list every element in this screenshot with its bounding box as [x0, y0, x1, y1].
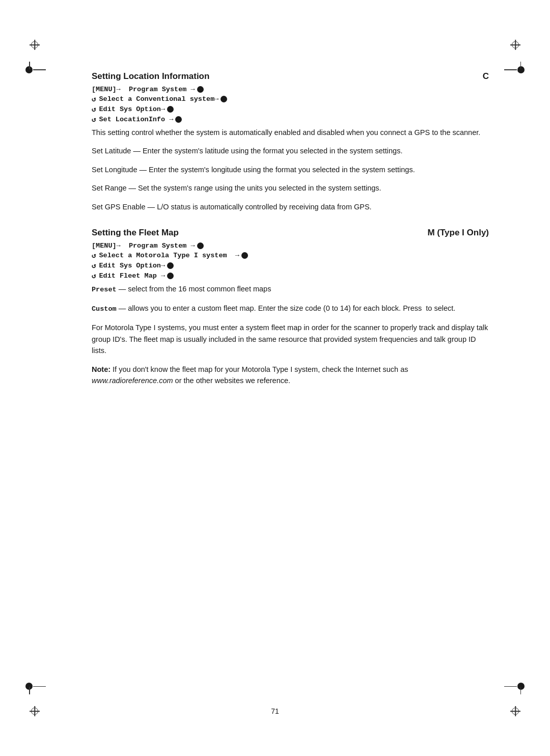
section2-note: Note: If you don't know the fleet map fo…: [92, 364, 489, 387]
reg-mark-tl-crosshair: [30, 40, 40, 50]
reg-line-br-v: [520, 687, 521, 694]
menu-step-4-text: Set LocationInfo →: [99, 116, 173, 123]
menu2-step-4-text: Edit Fleet Map →: [99, 272, 165, 280]
knob-icon-4: [175, 116, 182, 123]
menu2-line-3: ↺ Edit Sys Option→: [92, 261, 489, 270]
knob2-icon-3: [167, 262, 174, 269]
menu-line-4: ↺ Set LocationInfo →: [92, 115, 489, 124]
section1-label: C: [483, 71, 489, 82]
section1-para2: Set Latitude — Enter the system's latitu…: [92, 145, 489, 156]
menu-step-3-text: Edit Sys Option→: [99, 105, 165, 113]
main-content: Setting Location Information C [MENU]→ P…: [92, 71, 489, 387]
section2-para3: For Motorola Type I systems, you must en…: [92, 322, 489, 356]
page: Setting Location Information C [MENU]→ P…: [0, 0, 550, 756]
reg-mark-tr-filled: [517, 66, 525, 73]
reg-line-bl-h: [33, 686, 46, 687]
reg-mark-br-crosshair: [510, 706, 520, 716]
menu-line-2: ↺ Select a Conventional system→: [92, 95, 489, 103]
rotate2-icon-4: ↺: [92, 272, 96, 280]
menu-step-2-text: Select a Conventional system→: [99, 95, 218, 103]
section-fleet-map: Setting the Fleet Map M (Type I Only) [M…: [92, 228, 489, 386]
menu2-line-2: ↺ Select a Motorola Type I system →: [92, 251, 489, 260]
section2-title: Setting the Fleet Map: [92, 228, 179, 238]
section1-title: Setting Location Information: [92, 71, 209, 82]
section1-para3: Set Longitude — Enter the system's longi…: [92, 164, 489, 175]
knob2-icon-2: [241, 252, 248, 259]
menu2-step-2-text: Select a Motorola Type I system →: [99, 252, 239, 259]
knob2-icon-4: [167, 273, 174, 279]
reg-mark-bl-crosshair: [30, 706, 40, 716]
reg-line-tl-v: [29, 62, 30, 69]
reg-line-tr-v: [520, 62, 521, 69]
rotate-icon-4: ↺: [92, 115, 96, 124]
reg-line-tl-h: [33, 69, 46, 70]
section1-para1: This setting control whether the system …: [92, 127, 489, 138]
knob-icon-3: [167, 106, 174, 113]
section2-para2: Custom — allows you to enter a custom fl…: [92, 303, 489, 315]
reg-mark-br-filled: [517, 683, 525, 690]
menu2-bracket-text: [MENU]→ Program System →: [92, 242, 195, 250]
section1-para5: Set GPS Enable — L/O status is automatic…: [92, 201, 489, 212]
section1-menu-steps: [MENU]→ Program System → ↺ Select a Conv…: [92, 86, 489, 124]
section2-menu-steps: [MENU]→ Program System → ↺ Select a Moto…: [92, 242, 489, 280]
knob2-icon-1: [197, 242, 204, 249]
section-location-info: Setting Location Information C [MENU]→ P…: [92, 71, 489, 212]
menu2-line-1: [MENU]→ Program System →: [92, 242, 489, 250]
custom-label: Custom: [92, 305, 117, 313]
rotate-icon-2: ↺: [92, 95, 96, 103]
section1-para4: Set Range — Set the system's range using…: [92, 182, 489, 194]
rotate-icon-3: ↺: [92, 105, 96, 114]
knob-icon-1: [197, 86, 204, 93]
section2-label: M (Type I Only): [427, 228, 489, 238]
menu-line-1: [MENU]→ Program System →: [92, 86, 489, 93]
menu-line-3: ↺ Edit Sys Option→: [92, 105, 489, 114]
reg-mark-tr-crosshair: [510, 40, 520, 50]
knob-icon-2: [221, 96, 227, 102]
rotate2-icon-3: ↺: [92, 261, 96, 270]
reg-line-bl-v: [29, 687, 30, 694]
reg-line-br-h: [504, 686, 517, 687]
section2-para1: Preset — select from the 16 most common …: [92, 283, 489, 295]
reg-line-tr-h: [504, 69, 517, 70]
page-number: 71: [271, 707, 279, 715]
section2-header: Setting the Fleet Map M (Type I Only): [92, 228, 489, 238]
menu2-step-3-text: Edit Sys Option→: [99, 262, 165, 269]
menu-bracket-text: [MENU]→ Program System →: [92, 86, 195, 93]
preset-label: Preset: [92, 286, 117, 293]
menu2-line-4: ↺ Edit Fleet Map →: [92, 272, 489, 280]
rotate2-icon-2: ↺: [92, 251, 96, 260]
section1-header: Setting Location Information C: [92, 71, 489, 82]
